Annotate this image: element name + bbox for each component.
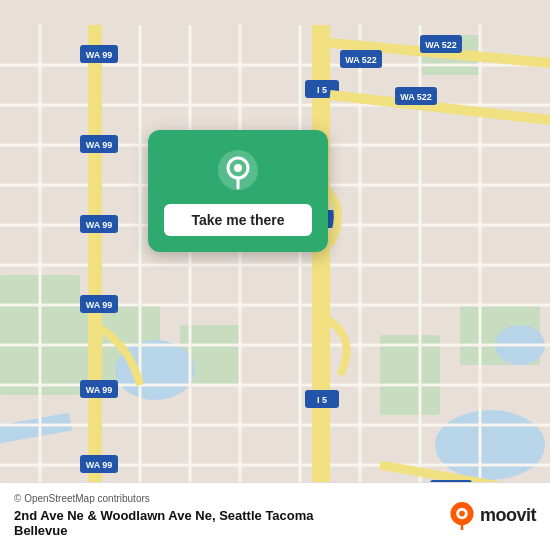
location-pin-icon [216,148,260,192]
svg-rect-38 [88,25,102,525]
svg-text:WA 522: WA 522 [345,55,377,65]
take-me-there-button[interactable]: Take me there [164,204,312,236]
svg-text:I 5: I 5 [317,395,327,405]
svg-point-69 [459,510,465,516]
map-container: I 5 I 5 I 5 WA 99 WA 99 WA 99 WA 99 WA 9… [0,0,550,550]
moovit-pin-icon [448,502,476,530]
location-subtext: Bellevue [14,523,314,538]
location-info: © OpenStreetMap contributors 2nd Ave Ne … [14,493,314,538]
svg-text:WA 99: WA 99 [86,50,113,60]
map-background: I 5 I 5 I 5 WA 99 WA 99 WA 99 WA 99 WA 9… [0,0,550,550]
svg-point-8 [435,410,545,480]
svg-text:I 5: I 5 [317,85,327,95]
svg-point-65 [234,164,242,172]
svg-text:WA 99: WA 99 [86,385,113,395]
popup-card: Take me there [148,130,328,252]
osm-credit: © OpenStreetMap contributors [14,493,314,504]
svg-text:WA 522: WA 522 [400,92,432,102]
location-text: 2nd Ave Ne & Woodlawn Ave Ne, Seattle Ta… [14,508,314,523]
svg-rect-31 [312,25,330,525]
moovit-label: moovit [480,505,536,526]
bottom-bar: © OpenStreetMap contributors 2nd Ave Ne … [0,482,550,550]
svg-text:WA 99: WA 99 [86,220,113,230]
svg-text:WA 99: WA 99 [86,460,113,470]
svg-text:WA 99: WA 99 [86,300,113,310]
svg-rect-6 [380,335,440,415]
svg-text:WA 99: WA 99 [86,140,113,150]
svg-text:WA 522: WA 522 [425,40,457,50]
moovit-logo: moovit [448,502,536,530]
